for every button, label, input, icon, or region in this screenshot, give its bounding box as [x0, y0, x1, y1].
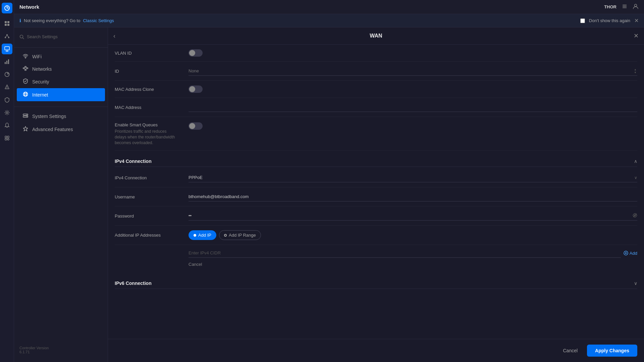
add-ip-button[interactable]: Add IP	[189, 230, 216, 240]
id-input[interactable]	[189, 66, 637, 76]
mac-clone-row: MAC Address Clone	[115, 81, 637, 98]
sidebar-icon-analytics[interactable]	[2, 69, 12, 80]
ipv6-section-toggle[interactable]: ∨	[634, 281, 637, 286]
ipv4-connection-arrow: ∨	[634, 175, 637, 180]
sidebar-icon-notifications[interactable]	[2, 120, 12, 131]
smart-queues-label: Enable Smart Queues	[115, 122, 189, 127]
icon-bar	[0, 0, 14, 362]
notif-right: Don't show this again ✕	[580, 17, 639, 24]
svg-line-8	[5, 36, 7, 37]
sidebar-item-advanced-features[interactable]: Advanced Features	[17, 123, 105, 136]
sidebar-divider-2	[14, 107, 108, 107]
app-logo[interactable]	[2, 3, 12, 13]
svg-point-36	[626, 7, 627, 8]
ipv4-connection-value: PPPoE	[189, 175, 634, 180]
wifi-icon	[22, 54, 29, 59]
sidebar-icon-dashboard[interactable]	[2, 18, 12, 29]
sidebar-icon-configure[interactable]	[2, 133, 12, 143]
sidebar-icon-network[interactable]	[2, 44, 12, 54]
ipv4-connection-control[interactable]: PPPoE ∨	[189, 173, 637, 182]
sidebar-item-internet[interactable]: Internet	[17, 88, 105, 101]
ipv4-connection-select[interactable]: PPPoE ∨	[189, 173, 637, 182]
sidebar-item-advanced-features-label: Advanced Features	[32, 127, 73, 132]
smart-queues-row: Enable Smart Queues Prioritizes traffic …	[115, 117, 637, 150]
sidebar-icon-settings[interactable]	[2, 107, 12, 118]
networks-icon	[22, 66, 29, 72]
username-control	[189, 192, 637, 201]
svg-point-6	[5, 37, 6, 38]
mac-address-control	[189, 103, 637, 112]
cidr-cancel-btn[interactable]: Cancel	[189, 262, 202, 267]
wan-panel: ‹ WAN ✕ VLAN ID ID	[108, 27, 644, 362]
smart-queues-toggle[interactable]	[189, 122, 203, 130]
sidebar-item-networks[interactable]: Networks	[17, 63, 105, 75]
sidebar-item-system-settings[interactable]: System Settings	[17, 110, 105, 123]
sidebar-icon-security[interactable]	[2, 95, 12, 105]
security-icon	[22, 78, 29, 85]
sidebar-icon-alerts[interactable]	[2, 82, 12, 93]
mac-address-row: MAC Address	[115, 98, 637, 117]
svg-rect-14	[6, 61, 7, 64]
svg-point-56	[26, 116, 27, 117]
ip-btn-group: Add IP Add IP Range	[189, 230, 261, 240]
sidebar-item-wifi[interactable]: WiFi	[17, 50, 105, 63]
classic-settings-link[interactable]: Classic Settings	[83, 18, 114, 23]
svg-marker-57	[23, 126, 28, 131]
grid-icon[interactable]	[622, 4, 627, 10]
ipv6-section-divider	[115, 289, 637, 289]
apply-changes-button[interactable]: Apply Changes	[587, 345, 637, 357]
vlan-id-toggle[interactable]	[189, 49, 203, 57]
vlan-id-control	[189, 49, 637, 57]
search-icon	[19, 35, 24, 39]
password-label: Password	[115, 214, 189, 219]
password-input[interactable]	[189, 211, 637, 221]
username: THOR	[604, 4, 616, 9]
password-toggle-icon[interactable]	[633, 213, 637, 219]
vlan-id-row: VLAN ID	[115, 45, 637, 62]
controller-version-label: Controller Version	[19, 346, 102, 350]
sidebar-item-security[interactable]: Security	[17, 75, 105, 88]
user-icon[interactable]	[633, 3, 639, 11]
cancel-button[interactable]: Cancel	[558, 345, 583, 356]
panel-close-button[interactable]: ✕	[634, 32, 639, 40]
sidebar-icon-topology[interactable]	[2, 31, 12, 42]
id-spinner[interactable]: ▲ ▼	[633, 68, 637, 74]
add-ip-range-label: Add IP Range	[229, 233, 256, 238]
notif-close-icon[interactable]: ✕	[634, 17, 639, 24]
search-settings[interactable]: Search Settings	[14, 32, 108, 45]
back-button[interactable]: ‹	[113, 33, 115, 40]
username-input[interactable]	[189, 192, 637, 201]
password-row: Password	[115, 206, 637, 226]
svg-rect-2	[7, 21, 9, 23]
dont-show-checkbox[interactable]	[580, 18, 585, 23]
mac-clone-label: MAC Address Clone	[115, 87, 189, 92]
cidr-input[interactable]	[189, 248, 621, 258]
svg-point-5	[6, 34, 8, 36]
sidebar-item-internet-label: Internet	[32, 92, 48, 98]
ipv4-connection-label: IPv4 Connection	[115, 175, 189, 180]
smart-queues-description: Prioritizes traffic and reduces delays w…	[115, 129, 175, 145]
ipv4-section-toggle[interactable]: ∧	[634, 159, 637, 164]
vlan-id-label: VLAN ID	[115, 51, 189, 56]
notif-text: Not seeing everything? Go to	[24, 18, 80, 23]
svg-point-34	[623, 7, 624, 8]
notif-left: ℹ Not seeing everything? Go to Classic S…	[19, 18, 114, 23]
id-spinner-up[interactable]: ▲	[633, 68, 637, 71]
username-row: Username	[115, 187, 637, 206]
advanced-features-icon	[22, 126, 29, 132]
cidr-add-btn[interactable]: Add	[624, 251, 637, 256]
sidebar-divider-1	[14, 47, 108, 48]
panel-footer: Cancel Apply Changes	[108, 339, 644, 362]
sidebar-item-system-settings-label: System Settings	[32, 114, 66, 119]
mac-clone-toggle[interactable]	[189, 85, 203, 93]
sidebar-icon-stats[interactable]	[2, 56, 12, 67]
notification-bar: ℹ Not seeing everything? Go to Classic S…	[14, 14, 644, 27]
svg-point-29	[624, 4, 625, 5]
id-row: ID ▲ ▼	[115, 62, 637, 81]
id-spinner-down[interactable]: ▼	[633, 71, 637, 74]
add-label: Add	[630, 251, 637, 256]
dont-show-label: Don't show this again	[589, 18, 630, 23]
add-ip-range-button[interactable]: Add IP Range	[219, 230, 261, 240]
content-area: Search Settings WiFi	[14, 27, 644, 362]
mac-address-input[interactable]	[189, 103, 637, 112]
